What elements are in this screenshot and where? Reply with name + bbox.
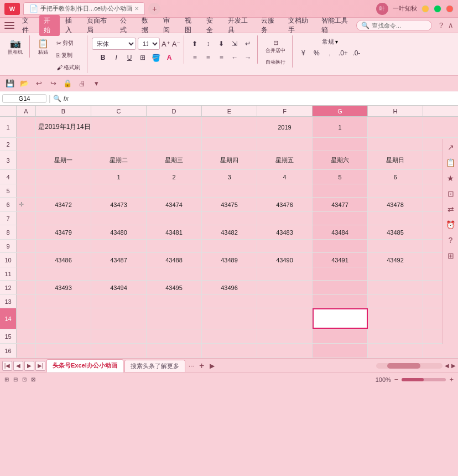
font-name-select[interactable]: 宋体 [92, 38, 136, 50]
cell-d14[interactable] [147, 308, 202, 329]
cell-e4[interactable]: 3 [202, 170, 257, 184]
cell-e14[interactable] [202, 308, 257, 329]
cell-d16[interactable] [147, 344, 202, 358]
qa-redo-button[interactable]: ↪ [48, 78, 59, 89]
cell-b10[interactable]: 43486 [36, 253, 91, 267]
italic-button[interactable]: I [110, 51, 122, 64]
cell-h11[interactable] [368, 267, 423, 280]
cell-f7[interactable] [257, 212, 313, 225]
cut-button[interactable]: ✂ 剪切 [53, 38, 84, 49]
menu-security[interactable]: 安全 [202, 15, 222, 36]
cell-a1[interactable] [17, 117, 36, 137]
cell-h8[interactable]: 43485 [368, 225, 423, 239]
cell-c4[interactable]: 1 [91, 170, 147, 184]
copy-button[interactable]: ⎘ 复制 [53, 50, 84, 61]
sidebar-favorite-icon[interactable]: ★ [445, 172, 457, 184]
cell-f8[interactable]: 43483 [257, 225, 313, 239]
cell-f1[interactable]: 2019 [257, 117, 313, 137]
cell-b9[interactable] [36, 240, 91, 252]
cell-c3[interactable]: 星期二 [91, 151, 147, 169]
search-formula-icon[interactable]: 🔍 [53, 95, 61, 102]
cell-a5[interactable] [17, 184, 36, 197]
menu-doc-helper[interactable]: 文档助手 [284, 15, 316, 36]
cell-d15[interactable] [147, 329, 202, 343]
cell-e16[interactable] [202, 344, 257, 358]
cell-b1[interactable]: 是2019年1月14日 星期一 [36, 117, 91, 137]
cell-d10[interactable]: 43488 [147, 253, 202, 267]
sheet-tab-1[interactable]: 头条号Excel办公小动画 [46, 359, 123, 372]
qa-lock-button[interactable]: 🔒 [62, 78, 73, 89]
border-button[interactable]: ⊞ [137, 51, 149, 64]
cell-h4[interactable]: 6 [368, 170, 423, 184]
menu-page-layout[interactable]: 页面布局 [82, 15, 114, 36]
align-middle-button[interactable]: ↕ [202, 38, 214, 50]
cell-c10[interactable]: 43487 [91, 253, 147, 267]
add-tab-button[interactable]: + [148, 3, 160, 15]
cell-h2[interactable] [368, 138, 423, 151]
cell-g5[interactable] [313, 184, 368, 197]
cell-f11[interactable] [257, 267, 313, 280]
cell-a12[interactable] [17, 281, 36, 294]
cell-h15[interactable] [368, 329, 423, 343]
cell-e8[interactable]: 43482 [202, 225, 257, 239]
cell-g11[interactable] [313, 267, 368, 280]
sheet-last-button[interactable]: ▶| [35, 361, 45, 371]
cell-d8[interactable]: 43481 [147, 225, 202, 239]
menu-view[interactable]: 视图 [180, 15, 201, 36]
cell-d5[interactable] [147, 184, 202, 197]
help-icon[interactable]: ？ [438, 20, 445, 30]
col-header-f[interactable]: F [257, 106, 313, 116]
sidebar-cursor-icon[interactable]: ↗ [445, 141, 457, 153]
qa-more-button[interactable]: ▾ [91, 78, 102, 89]
align-right-button[interactable]: ≡ [215, 51, 227, 64]
cell-c2[interactable] [91, 138, 147, 151]
cell-g8[interactable]: 43484 [313, 225, 368, 239]
menu-home[interactable]: 开始 [39, 15, 60, 36]
cell-g14[interactable] [313, 308, 368, 329]
number-format-dropdown-icon[interactable]: ▾ [335, 39, 338, 45]
hamburger-menu[interactable] [4, 20, 14, 31]
cell-b14[interactable] [36, 308, 91, 329]
search-input[interactable] [372, 22, 427, 29]
cell-e12[interactable]: 43496 [202, 281, 257, 294]
format-painter-button[interactable]: 🖌 格式刷 [53, 62, 84, 73]
cell-d6[interactable]: 43474 [147, 198, 202, 211]
cell-f3[interactable]: 星期五 [257, 151, 313, 169]
align-bottom-button[interactable]: ⬇ [215, 38, 227, 50]
menu-data[interactable]: 数据 [137, 15, 158, 36]
cell-b12[interactable]: 43493 [36, 281, 91, 294]
cell-b16[interactable] [36, 344, 91, 358]
cell-b3[interactable]: 星期一 [36, 151, 91, 169]
more-sheets-icon[interactable]: ··· [189, 362, 194, 370]
cell-g2[interactable] [313, 138, 368, 151]
close-button[interactable] [446, 5, 454, 13]
cell-f6[interactable]: 43476 [257, 198, 313, 211]
view-page-button[interactable]: ⊟ [13, 376, 18, 382]
cell-c12[interactable]: 43494 [91, 281, 147, 294]
sidebar-grid-icon[interactable]: ⊞ [445, 250, 457, 262]
minimize-button[interactable] [421, 5, 429, 13]
cell-g6[interactable]: 43477 [313, 198, 368, 211]
cell-a8[interactable] [17, 225, 36, 239]
cell-d1[interactable] [147, 117, 202, 137]
add-sheet-button[interactable]: + [196, 360, 207, 371]
cell-a4[interactable] [17, 170, 36, 184]
sidebar-history-icon[interactable]: ⏰ [445, 219, 457, 231]
cell-c6[interactable]: 43473 [91, 198, 147, 211]
qa-open-button[interactable]: 📂 [19, 78, 30, 89]
cell-f5[interactable] [257, 184, 313, 197]
camera-button[interactable]: 📷 照相机 [4, 38, 26, 58]
cell-c8[interactable]: 43480 [91, 225, 147, 239]
cell-reference-input[interactable] [2, 94, 46, 103]
cell-h16[interactable] [368, 344, 423, 358]
cell-c9[interactable] [91, 240, 147, 252]
col-header-a[interactable]: A [17, 106, 36, 116]
percent-button[interactable]: % [310, 47, 322, 59]
cell-a15[interactable] [17, 329, 36, 343]
cell-g1[interactable]: 1 [313, 117, 368, 137]
cell-f9[interactable] [257, 240, 313, 252]
cell-b13[interactable] [36, 295, 91, 308]
scroll-left-button[interactable]: ◀ [445, 363, 449, 369]
cell-e11[interactable] [202, 267, 257, 280]
cell-f2[interactable] [257, 138, 313, 151]
